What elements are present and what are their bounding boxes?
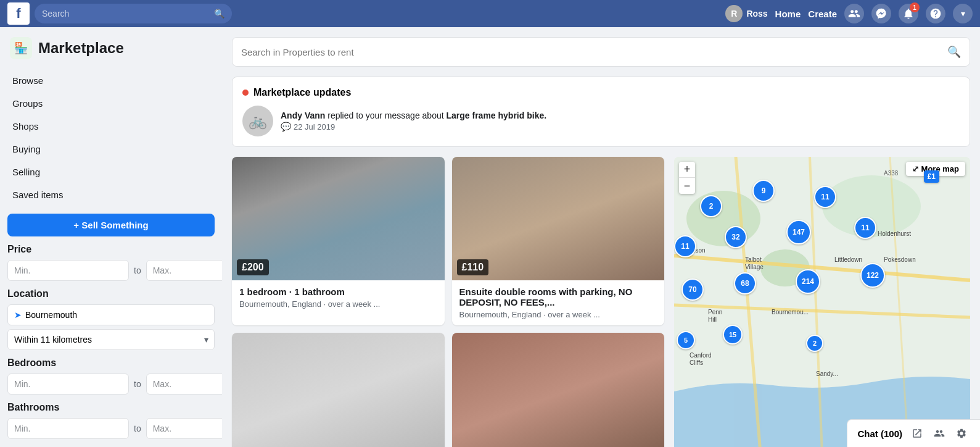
map-controls: + − xyxy=(679,162,695,194)
sidebar-item-groups[interactable]: Groups xyxy=(7,92,215,115)
marketplace-title: Marketplace xyxy=(38,40,124,57)
friends-icon-btn[interactable] xyxy=(844,4,864,23)
map-cluster[interactable]: 5 xyxy=(677,331,695,349)
location-filter: Location ➤ Bournemouth Within 11 kilomet… xyxy=(7,288,215,350)
chat-settings-icon-btn[interactable] xyxy=(953,425,970,442)
property-search-box: 🔍 xyxy=(232,37,970,67)
listing-location: Bournemouth, England · over a week ... xyxy=(239,299,437,309)
sidebar-item-saved[interactable]: Saved items xyxy=(7,183,215,206)
message-icon: 💬 xyxy=(281,122,291,132)
map-cluster[interactable]: 9 xyxy=(752,180,775,202)
price-filter: Price to xyxy=(7,244,215,281)
bedrooms-max-input[interactable] xyxy=(146,374,222,395)
svg-text:Penn: Penn xyxy=(708,309,722,315)
map-container[interactable]: A338 Kinson Talbot Village Littledown Po… xyxy=(674,157,970,447)
create-link[interactable]: Create xyxy=(808,9,837,19)
bedrooms-to-label: to xyxy=(134,379,141,389)
zoom-out-button[interactable]: − xyxy=(679,178,695,194)
sidebar-item-shops[interactable]: Shops xyxy=(7,115,215,138)
map-cluster[interactable]: 15 xyxy=(723,325,743,345)
notifications-icon-btn[interactable]: 1 xyxy=(899,4,918,23)
chat-widget-icons xyxy=(908,425,970,442)
zoom-in-button[interactable]: + xyxy=(679,162,695,178)
map-cluster[interactable]: 11 xyxy=(674,235,696,257)
svg-text:Hill: Hill xyxy=(708,316,717,323)
map-cluster[interactable]: 122 xyxy=(860,263,885,288)
listing-card[interactable]: £200 1 bedroom · 1 bathroom Bournemouth,… xyxy=(232,157,445,325)
map-cluster[interactable]: 68 xyxy=(734,272,756,295)
user-profile-link[interactable]: R Ross xyxy=(725,5,767,22)
listing-title: Ensuite double rooms with parking, NO DE… xyxy=(459,286,657,307)
svg-text:Cliffs: Cliffs xyxy=(690,359,703,366)
sidebar-item-selling[interactable]: Selling xyxy=(7,161,215,183)
update-content: Andy Vann replied to your message about … xyxy=(281,111,546,132)
map-cluster[interactable]: 147 xyxy=(786,220,811,244)
chat-widget[interactable]: Chat (100) xyxy=(847,419,980,447)
update-avatar: 🚲 xyxy=(242,106,273,136)
km-select[interactable]: Within 11 kilometres Within 1 kilometre … xyxy=(7,329,215,350)
chat-expand-icon-btn[interactable] xyxy=(908,425,926,442)
marketplace-icon: 🏪 xyxy=(10,37,32,59)
listing-price-badge: £200 xyxy=(237,259,269,275)
map-cluster[interactable]: 2 xyxy=(806,335,823,352)
property-search-icon: 🔍 xyxy=(947,45,961,59)
listing-location: Bournemouth, England · over a week ... xyxy=(459,310,657,319)
location-value-box[interactable]: ➤ Bournemouth xyxy=(7,304,215,325)
price-max-input[interactable] xyxy=(146,260,222,281)
map-cluster[interactable]: 2 xyxy=(700,195,722,217)
sidebar-item-buying[interactable]: Buying xyxy=(7,138,215,161)
global-search-input[interactable] xyxy=(42,9,209,19)
bathrooms-filter-label: Bathrooms xyxy=(7,402,215,413)
svg-text:Village: Village xyxy=(745,264,764,270)
facebook-logo[interactable]: f xyxy=(7,2,30,25)
price-min-input[interactable] xyxy=(7,260,129,281)
svg-text:Littledown: Littledown xyxy=(834,256,862,263)
listing-card[interactable]: £110 Ensuite double rooms with parking, … xyxy=(452,157,665,325)
messenger-icon-btn[interactable] xyxy=(871,4,891,23)
topnav-right: R Ross Home Create 1 ▾ xyxy=(725,4,973,23)
listing-card[interactable]: — xyxy=(232,333,445,447)
listing-image xyxy=(452,333,665,447)
map-cluster[interactable]: 32 xyxy=(725,226,747,248)
avatar: R xyxy=(725,5,743,22)
listing-image: £110 xyxy=(452,157,665,280)
listing-card[interactable]: — xyxy=(452,333,665,447)
updates-title: Marketplace updates xyxy=(253,87,351,98)
chevron-down-icon-btn[interactable]: ▾ xyxy=(953,4,973,23)
listing-price-badge: £110 xyxy=(457,259,489,275)
sidebar-item-browse[interactable]: Browse xyxy=(7,69,215,92)
bathrooms-filter: Bathrooms to xyxy=(7,402,215,439)
bathrooms-to-label: to xyxy=(134,424,141,433)
updates-header: Marketplace updates xyxy=(242,87,960,98)
bedrooms-filter: Bedrooms to xyxy=(7,357,215,395)
help-icon-btn[interactable] xyxy=(926,4,945,23)
map-cluster[interactable]: 11 xyxy=(854,217,876,239)
search-icon: 🔍 xyxy=(214,9,224,19)
update-item-name: Large frame hybrid bike. xyxy=(446,111,546,120)
location-value: Bournemouth xyxy=(25,310,77,320)
chat-label: Chat (100) xyxy=(857,428,902,439)
bedrooms-min-input[interactable] xyxy=(7,374,129,395)
svg-text:Talbot: Talbot xyxy=(745,256,762,263)
home-link[interactable]: Home xyxy=(775,9,801,19)
chat-people-icon-btn[interactable] xyxy=(931,425,948,442)
sell-something-button[interactable]: + Sell Something xyxy=(7,214,215,236)
property-search-input[interactable] xyxy=(241,47,941,57)
map-cluster[interactable]: 70 xyxy=(681,278,704,301)
svg-point-1 xyxy=(686,191,760,246)
map-cluster[interactable]: 11 xyxy=(814,186,836,208)
bathrooms-max-input[interactable] xyxy=(146,418,222,439)
price-to-label: to xyxy=(134,265,141,275)
map-price-badge[interactable]: £1 xyxy=(924,170,939,183)
price-filter-row: to xyxy=(7,260,215,281)
location-filter-label: Location xyxy=(7,288,215,299)
bathrooms-min-input[interactable] xyxy=(7,418,129,439)
bedrooms-filter-label: Bedrooms xyxy=(7,357,215,369)
update-text: Andy Vann replied to your message about … xyxy=(281,111,546,120)
listing-image: £200 xyxy=(232,157,445,280)
update-action: replied to your message about xyxy=(327,111,446,120)
update-item[interactable]: 🚲 Andy Vann replied to your message abou… xyxy=(242,106,960,136)
listings-area: £200 1 bedroom · 1 bathroom Bournemouth,… xyxy=(232,157,970,447)
svg-text:Holdenhurst: Holdenhurst xyxy=(878,230,911,237)
map-cluster[interactable]: 214 xyxy=(796,269,820,294)
